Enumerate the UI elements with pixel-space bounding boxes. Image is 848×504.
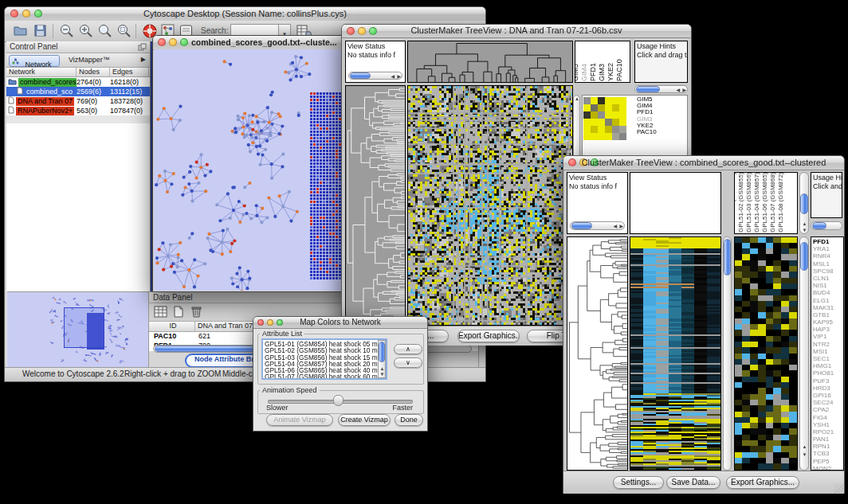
scroll-down-icon[interactable]: ▼ [803, 228, 807, 232]
tv1-status-scrollbar[interactable]: ◀ ▶ [348, 72, 402, 80]
scroll-up-icon[interactable]: ▲ [803, 444, 807, 449]
tv2-usage-scrollbar[interactable] [811, 221, 842, 230]
matrix-cell[interactable] [591, 97, 598, 104]
tv2-heatmap-vscrollbar[interactable] [723, 236, 732, 471]
zoom-fit-icon[interactable] [97, 23, 113, 39]
tv2-settings-button[interactable]: Settings... [613, 476, 664, 489]
delete-attribute-icon[interactable] [190, 305, 202, 318]
matrix-cell[interactable] [605, 111, 612, 119]
matrix-cell[interactable] [612, 97, 619, 104]
network-overview-canvas[interactable] [7, 292, 150, 368]
matrix-cell[interactable] [619, 97, 626, 104]
matrix-cell[interactable] [591, 111, 598, 119]
network-table-row[interactable]: RNAPuberNov2+563(0)107847(0) [6, 106, 150, 115]
resize-grip[interactable] [834, 483, 843, 493]
matrix-cell[interactable] [583, 126, 591, 133]
matrix-cell[interactable] [619, 111, 626, 119]
matrix-cell[interactable] [612, 104, 619, 111]
network-overview-panel[interactable] [7, 291, 150, 368]
matrix-cell[interactable] [583, 111, 591, 119]
matrix-cell[interactable] [591, 119, 598, 126]
scroll-up-icon[interactable]: ▲ [803, 221, 807, 226]
animate-vizmap-button[interactable]: Animate Vizmap [266, 414, 333, 426]
network-table-row[interactable]: DNA and Tran 07769(0)183728(0) [6, 96, 150, 106]
tab-network[interactable]: Network [9, 55, 60, 67]
matrix-cell[interactable] [605, 119, 612, 126]
matrix-cell[interactable] [605, 104, 612, 111]
zoom-out-icon[interactable] [59, 23, 75, 39]
scroll-left-icon[interactable]: ◀ [676, 88, 680, 92]
tv2-gene-list-panel[interactable]: PFD1YRA1RNR4MSL1SPC98CLN1NIS1BUD4ELG1MAK… [811, 236, 844, 471]
attribute-list-scrollbar[interactable]: ▲ ▼ [378, 340, 386, 378]
tv2-column-dendrogram[interactable] [630, 172, 721, 234]
matrix-cell[interactable] [612, 119, 619, 126]
scroll-up-icon[interactable]: ▲ [380, 366, 385, 371]
matrix-cell[interactable] [598, 97, 605, 104]
matrix-cell[interactable] [605, 133, 612, 140]
speed-slider-thumb[interactable] [333, 395, 344, 406]
tv1-heatmap[interactable] [407, 85, 573, 326]
tv2-labels-scrollbar[interactable]: ▲ ▼ [799, 172, 809, 234]
tv2-column-labels-panel[interactable]: GPL51-01 (GSM854)GPL51-02 (GSM855)GPL51-… [734, 172, 798, 234]
matrix-cell[interactable] [598, 133, 605, 140]
dialog-titlebar[interactable]: Map Colors to Network [253, 317, 427, 329]
scroll-right-icon[interactable]: ▶ [397, 74, 401, 79]
tv2-zoom-heatmap[interactable] [734, 236, 798, 471]
scroll-down-icon[interactable]: ▼ [803, 452, 807, 457]
attribute-list-item[interactable]: GPL51-07 (GSM868) heat shock 60 min [265, 373, 384, 380]
scroll-left-icon[interactable]: ◀ [613, 224, 617, 229]
float-panel-icon[interactable] [138, 43, 147, 51]
move-down-button[interactable]: ∨ [394, 357, 422, 368]
matrix-cell[interactable] [612, 126, 619, 133]
tv2-heatmap[interactable] [630, 236, 721, 471]
scroll-left-icon[interactable]: ◀ [391, 74, 395, 79]
tv1-right-scrollbar[interactable]: ◀ ▶ [634, 85, 688, 93]
tv2-export-graphics-button[interactable]: Export Graphics... [726, 476, 799, 489]
close-icon[interactable] [158, 38, 166, 46]
tab-overflow-icon[interactable]: ▶ [141, 56, 146, 63]
scroll-up-icon[interactable]: ▲ [575, 96, 579, 101]
tv1-export-graphics-button[interactable]: Export Graphics... [457, 330, 520, 342]
tv1-matrix[interactable] [583, 97, 626, 140]
matrix-cell[interactable] [605, 126, 612, 133]
save-icon[interactable] [33, 24, 48, 37]
attribute-table-icon[interactable] [154, 306, 167, 318]
open-file-icon[interactable] [13, 24, 28, 37]
network-table-row[interactable]: combined_sco2569(6)13112(15) [6, 87, 150, 96]
matrix-cell[interactable] [612, 133, 619, 140]
zoom-in-icon[interactable] [78, 23, 94, 39]
matrix-cell[interactable] [583, 104, 591, 111]
matrix-cell[interactable] [598, 119, 605, 126]
scroll-right-icon[interactable]: ▶ [682, 88, 686, 92]
matrix-cell[interactable] [605, 97, 612, 104]
scroll-down-icon[interactable]: ▼ [380, 372, 385, 377]
cytoscape-titlebar[interactable]: Cytoscape Desktop (Session Name: collins… [5, 7, 485, 21]
network-table-row[interactable]: combined_scores2764(0)16218(0) [6, 77, 150, 87]
matrix-cell[interactable] [598, 111, 605, 119]
move-up-button[interactable]: ∧ [394, 344, 422, 354]
done-button[interactable]: Done [395, 414, 423, 426]
new-attribute-icon[interactable] [173, 306, 184, 318]
matrix-cell[interactable] [591, 133, 598, 140]
matrix-cell[interactable] [583, 133, 591, 140]
tv2-zoom-vscrollbar[interactable]: ▲ ▼ [799, 236, 809, 471]
matrix-cell[interactable] [598, 104, 605, 111]
matrix-cell[interactable] [583, 119, 591, 126]
matrix-cell[interactable] [591, 126, 598, 133]
scroll-right-icon[interactable]: ▶ [619, 224, 623, 229]
matrix-cell[interactable] [619, 119, 626, 126]
attribute-list[interactable]: GPL51-01 (GSM854) heat shock 05 minGPL51… [261, 338, 387, 380]
create-vizmap-button[interactable]: Create Vizmap [338, 414, 391, 426]
tv1-column-dendrogram[interactable] [407, 41, 573, 83]
zoom-selected-icon[interactable] [116, 23, 132, 39]
tv2-save-data-button[interactable]: Save Data... [666, 476, 720, 489]
matrix-cell[interactable] [591, 104, 598, 111]
treeview1-titlebar[interactable]: ClusterMaker TreeView : DNA and Tran 07-… [342, 25, 691, 38]
matrix-cell[interactable] [619, 126, 626, 133]
tv1-column-labels-panel[interactable]: GIM5GIM4PFD1GIM3YKE2PAC10 [575, 41, 630, 83]
tv2-row-dendrogram[interactable] [567, 236, 628, 471]
matrix-cell[interactable] [583, 97, 591, 104]
matrix-cell[interactable] [619, 133, 626, 140]
minimize-icon[interactable] [169, 38, 177, 46]
treeview2-titlebar[interactable]: ClusterMaker TreeView : combined_scores_… [563, 156, 844, 170]
